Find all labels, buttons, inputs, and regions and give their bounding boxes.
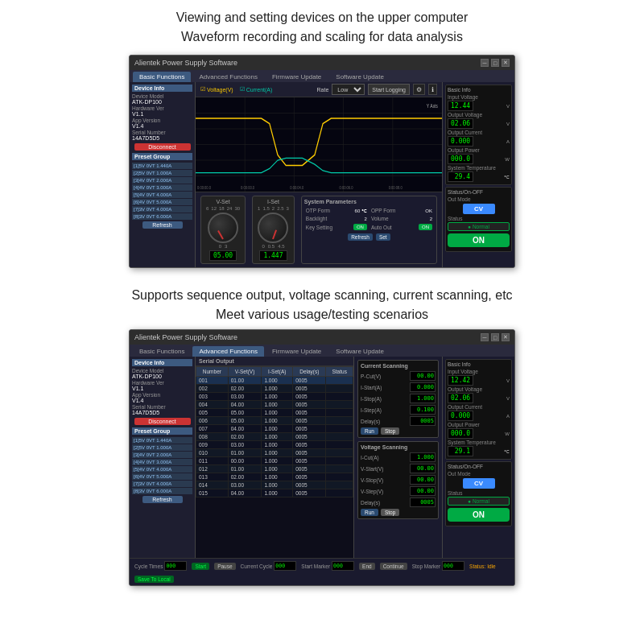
on-toggle-2[interactable]: ON [448, 508, 510, 522]
start-btn-2[interactable]: Start [192, 563, 209, 570]
minimize-btn-2[interactable]: ─ [481, 333, 489, 341]
i-cut-input[interactable] [410, 452, 436, 462]
sys-set-btn[interactable]: Set [376, 233, 390, 241]
tab-advanced-1[interactable]: Advanced Functions [192, 72, 264, 82]
table-row[interactable]: 00404.001.0000005 [196, 401, 353, 409]
table-row[interactable]: 00605.001.0000005 [196, 417, 353, 425]
start-logging-btn[interactable]: Start Logging [368, 84, 410, 95]
v-step-input[interactable] [410, 486, 436, 496]
table-row[interactable]: 01100.001.0000005 [196, 457, 353, 465]
status-badge-normal-1: ● Normal [448, 222, 510, 231]
table-row[interactable]: 01403.001.0000005 [196, 481, 353, 489]
close-btn-1[interactable]: ✕ [502, 59, 510, 67]
rate-select[interactable]: Low High [332, 84, 365, 95]
preset-group-2: [1]5V 0VT 1.440A [2]5V 0VT 1.000A [3]4V … [132, 437, 192, 494]
preset-item[interactable]: [8]3V 0VT 6.000A [132, 213, 192, 220]
i-start-input[interactable] [410, 382, 436, 392]
preset-item-2[interactable]: [1]5V 0VT 1.440A [132, 437, 192, 444]
cs-run-btn[interactable]: Run [361, 427, 378, 435]
close-btn-2[interactable]: ✕ [502, 333, 510, 341]
output-v-label: Output Voltage [448, 112, 482, 118]
tab-basic-1[interactable]: Basic Functions [133, 72, 191, 82]
table-row[interactable]: 00303.001.0000005 [196, 393, 353, 401]
preset-item[interactable]: [2]5V 0VT 1.000A [132, 170, 192, 176]
voltage-checkbox[interactable]: ☑Voltage(V) [200, 86, 233, 93]
tab-firmware-2[interactable]: Firmware Update [266, 346, 328, 357]
disconnect-btn-2[interactable]: Disconnect [134, 418, 191, 425]
auto-toggle[interactable]: ON [419, 224, 432, 230]
iset-knob[interactable] [258, 213, 288, 243]
key-toggle[interactable]: ON [353, 224, 367, 230]
v-stop-input[interactable] [410, 475, 436, 485]
table-row[interactable]: 01001.001.0000005 [196, 449, 353, 457]
table-cell: 0005 [293, 489, 326, 497]
tab-firmware-1[interactable]: Firmware Update [266, 72, 328, 82]
tab-advanced-2[interactable]: Advanced Functions [192, 346, 264, 357]
tab-basic-2[interactable]: Basic Functions [133, 346, 191, 357]
preset-item[interactable]: [3]4V 0VT 2.000A [132, 177, 192, 184]
minimize-btn-1[interactable]: ─ [481, 59, 489, 67]
preset-item-2[interactable]: [2]5V 0VT 1.000A [132, 444, 192, 451]
chart-settings-btn[interactable]: ⚙ [413, 84, 425, 95]
pause-btn-2[interactable]: Pause [214, 563, 235, 570]
table-row[interactable]: 01201.001.0000005 [196, 465, 353, 473]
end-btn-2[interactable]: End [359, 563, 375, 570]
start-marker-input[interactable] [332, 561, 354, 571]
table-row[interactable]: 00802.001.0000005 [196, 433, 353, 441]
maximize-btn-1[interactable]: □ [491, 59, 499, 67]
i-step-input[interactable] [410, 405, 436, 415]
preset-item-2[interactable]: [5]4V 0VT 4.000A [132, 466, 192, 473]
preset-item-2[interactable]: [6]4V 0VT 5.000A [132, 473, 192, 480]
preset-item[interactable]: [1]5V 0VT 1.440A [132, 163, 192, 169]
table-row[interactable]: 01504.001.0000005 [196, 489, 353, 497]
table-cell: 1.000 [262, 393, 293, 401]
chart-info-btn[interactable]: ℹ [428, 84, 437, 95]
scanning-panel: Current Scanning P-Cut(V) I-Start(A) I-S… [353, 357, 442, 558]
current-checkbox[interactable]: ☑Current(A) [240, 86, 273, 93]
table-cell: 1.000 [262, 377, 293, 385]
maximize-btn-2[interactable]: □ [491, 333, 499, 341]
preset-item[interactable]: [5]4V 0VT 4.000A [132, 192, 192, 198]
preset-item-2[interactable]: [7]3V 0VT 4.000A [132, 481, 192, 487]
vs-run-btn[interactable]: Run [361, 509, 378, 516]
stop-marker-input[interactable] [442, 561, 464, 571]
continue-btn-2[interactable]: Continue [380, 563, 407, 570]
sys-temp-label: System Temperature [448, 165, 496, 171]
tab-software-1[interactable]: Software Update [329, 72, 390, 82]
preset-item-2[interactable]: [4]4V 0VT 3.000A [132, 459, 192, 465]
sys-refresh-btn[interactable]: Refresh [348, 233, 373, 241]
table-row[interactable]: 00903.001.0000005 [196, 441, 353, 449]
save-local-btn[interactable]: Save To Local [134, 576, 174, 583]
center-panel-1: ☑Voltage(V) ☑Current(A) Rate Low High St… [196, 82, 442, 267]
cs-stop-btn[interactable]: Stop [381, 427, 399, 435]
vs-stop-btn[interactable]: Stop [381, 509, 399, 516]
refresh-btn-2[interactable]: Refresh [142, 496, 183, 503]
table-row[interactable]: 01302.001.0000005 [196, 473, 353, 481]
left-panel-2: Device Info Device Model ATK-DP100 Hardw… [130, 357, 196, 558]
table-row[interactable]: 00704.001.0000005 [196, 425, 353, 433]
i-stop-input[interactable] [410, 394, 436, 403]
table-row[interactable]: 00101.001.0000005 [196, 377, 353, 385]
cycle-times-input[interactable] [164, 561, 187, 571]
preset-item-2[interactable]: [3]4V 0VT 2.000A [132, 452, 192, 458]
preset-item[interactable]: [7]3V 0VT 4.000A [132, 206, 192, 213]
vs-delay-input[interactable] [410, 497, 436, 507]
preset-item[interactable]: [4]4V 0VT 3.000A [132, 184, 192, 191]
current-cycle-input[interactable] [274, 561, 296, 571]
cs-delay-input[interactable] [410, 416, 436, 426]
table-cell: 0005 [293, 473, 326, 481]
refresh-btn-1[interactable]: Refresh [142, 221, 183, 229]
table-cell [326, 481, 353, 489]
vset-knob[interactable] [208, 213, 238, 243]
p-cut-input[interactable] [410, 371, 436, 381]
key-label: Key Setting [306, 225, 332, 230]
table-row[interactable]: 00505.001.0000005 [196, 409, 353, 417]
v-start-input[interactable] [410, 464, 436, 473]
serial-val: 14A7D5D5 [132, 135, 192, 141]
preset-item-2[interactable]: [8]3V 0VT 6.000A [132, 488, 192, 494]
table-row[interactable]: 00202.001.0000005 [196, 385, 353, 393]
preset-item[interactable]: [6]4V 0VT 5.000A [132, 199, 192, 205]
on-toggle-1[interactable]: ON [448, 233, 510, 247]
disconnect-btn[interactable]: Disconnect [134, 143, 191, 151]
tab-software-2[interactable]: Software Update [329, 346, 390, 357]
